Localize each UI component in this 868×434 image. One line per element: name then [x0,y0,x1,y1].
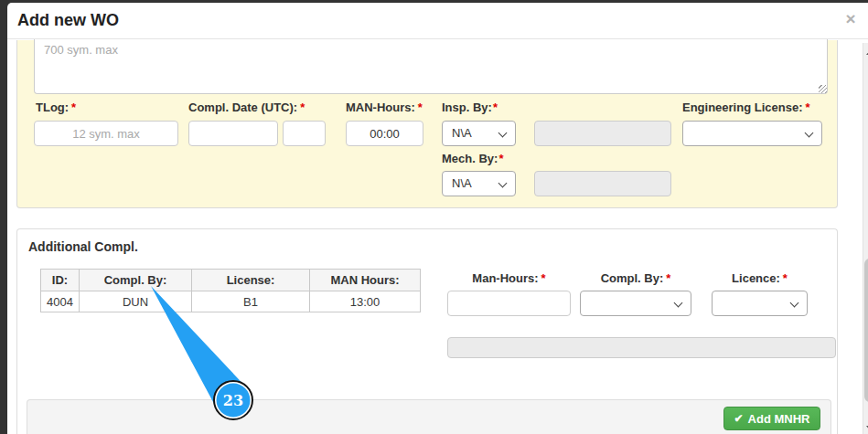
cell-id: 4004 [41,291,80,312]
chevron-down-icon [498,129,508,138]
tlog-label: TLog:* [36,101,76,114]
compl-date-input[interactable] [188,121,278,146]
new-compl-by-label: Compl. By:* [580,271,691,285]
modal-title: Add new WO [17,11,119,30]
new-compl-by-name-field [447,337,836,358]
cell-man-hours: 13:00 [310,291,421,312]
new-licence-label: Licence:* [712,271,808,285]
modal-header: Add new WO × [7,3,868,39]
scroll-down-button[interactable] [863,421,868,434]
page-backdrop: Add new WO × TLog:* Compl. Date (UTC):* … [0,0,868,434]
check-icon: ✔ [734,413,744,424]
engineering-license-label: Engineering License:* [682,101,810,114]
col-header-compl-by: Compl. By: [80,270,192,291]
new-licence-select[interactable] [712,291,808,316]
chevron-down-icon [674,299,683,308]
mech-by-name-field [534,171,671,196]
col-header-license: License: [192,270,310,291]
man-hours-label: MAN-Hours:* [346,101,423,114]
resize-handle-icon[interactable] [819,85,827,93]
modal-body-scrollbar[interactable] [863,43,868,434]
table-row: 4004 DUN B1 13:00 [41,291,421,312]
insp-by-label: Insp. By:* [442,101,498,114]
new-man-hours-label: Man-Hours:* [447,271,571,285]
scroll-up-button[interactable] [863,46,868,58]
new-man-hours-input[interactable] [447,291,571,316]
chevron-down-icon [790,299,799,308]
panel-footer: ✔ Add MNHR [27,399,831,434]
additional-compl-table: ID: Compl. By: License: MAN Hours: 4004 … [40,269,421,312]
engineering-license-select[interactable] [682,121,822,146]
col-header-man-hours: MAN Hours: [310,270,421,291]
wo-completion-panel: TLog:* Compl. Date (UTC):* MAN-Hours:* I… [16,40,838,208]
additional-compl-panel: Additional Compl. ID: Compl. By: License… [16,228,838,434]
scrollbar-thumb[interactable] [864,259,868,402]
additional-compl-heading: Additional Compl. [28,239,138,254]
col-header-id: ID: [41,270,80,291]
add-mnhr-button-label: Add MNHR [748,412,810,426]
wo-notes-textarea[interactable] [34,39,828,94]
cell-license: B1 [192,291,310,312]
add-wo-modal: Add new WO × TLog:* Compl. Date (UTC):* … [7,3,868,434]
chevron-down-icon [805,129,814,138]
insp-by-select[interactable]: N\A [442,121,516,146]
add-mnhr-button[interactable]: ✔ Add MNHR [723,407,820,430]
compl-time-input[interactable] [283,121,326,146]
tlog-input[interactable] [34,121,178,146]
compl-date-label: Compl. Date (UTC):* [188,101,305,114]
close-icon[interactable]: × [842,8,859,30]
new-compl-by-select[interactable] [580,291,691,316]
mech-by-label: Mech. By:* [442,152,503,165]
insp-by-name-field [534,121,671,146]
man-hours-input[interactable] [346,121,423,146]
table-header-row: ID: Compl. By: License: MAN Hours: [41,270,421,291]
chevron-down-icon [498,179,508,188]
cell-compl-by: DUN [80,291,192,312]
mech-by-select[interactable]: N\A [442,171,516,196]
